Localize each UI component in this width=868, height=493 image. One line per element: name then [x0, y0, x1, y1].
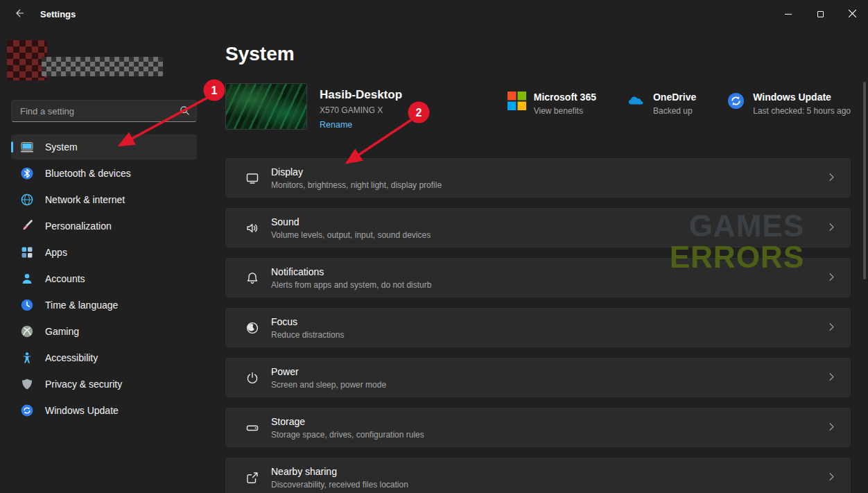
card-subtitle: Storage space, drives, configuration rul…	[271, 430, 424, 440]
sidebar-item-label: Apps	[45, 247, 67, 258]
search-input[interactable]	[11, 100, 197, 122]
chevron-right-icon	[827, 172, 836, 184]
card-subtitle: Alerts from apps and system, do not dist…	[271, 280, 431, 290]
windows-update-status-icon	[727, 92, 745, 110]
minimize-button[interactable]	[772, 0, 804, 28]
accessibility-person-icon	[20, 351, 34, 365]
settings-card-notifications[interactable]: Notifications Alerts from apps and syste…	[225, 258, 851, 297]
status-title: OneDrive	[653, 92, 696, 103]
status-title: Windows Update	[753, 92, 851, 103]
sidebar-item-label: System	[45, 141, 78, 153]
shield-icon	[20, 377, 34, 391]
settings-card-power[interactable]: Power Screen and sleep, power mode	[225, 358, 851, 397]
card-subtitle: Monitors, brightness, night light, displ…	[271, 180, 442, 190]
onedrive-cloud-icon	[627, 92, 645, 110]
sidebar-item-gaming[interactable]: Gaming	[11, 319, 197, 344]
card-text: Notifications Alerts from apps and syste…	[271, 266, 431, 290]
close-button[interactable]	[836, 0, 868, 28]
card-title: Sound	[271, 216, 431, 227]
sidebar-item-bluetooth-devices[interactable]: Bluetooth & devices	[11, 161, 197, 186]
chevron-right-icon	[827, 372, 836, 384]
settings-card-focus[interactable]: Focus Reduce distractions	[225, 308, 851, 347]
status-title: Microsoft 365	[534, 92, 596, 103]
device-info: Hasib-Desktop X570 GAMING X Rename	[320, 83, 402, 130]
sidebar: System Bluetooth & devices Network & int…	[0, 28, 208, 493]
sound-icon	[245, 221, 259, 235]
display-icon	[245, 171, 259, 185]
sidebar-item-label: Accounts	[45, 273, 85, 284]
settings-card-nearby-sharing[interactable]: Nearby sharing Discoverability, received…	[225, 458, 851, 493]
window-title: Settings	[40, 9, 76, 19]
chevron-right-icon	[827, 272, 836, 284]
settings-card-display[interactable]: Display Monitors, brightness, night ligh…	[225, 158, 851, 198]
sidebar-item-label: Network & internet	[45, 194, 125, 205]
card-subtitle: Screen and sleep, power mode	[271, 380, 386, 390]
rename-link[interactable]: Rename	[320, 120, 352, 130]
sidebar-item-label: Bluetooth & devices	[45, 168, 131, 179]
card-text: Nearby sharing Discoverability, received…	[271, 466, 408, 490]
status-card-windows-update[interactable]: Windows Update Last checked: 5 hours ago	[727, 92, 851, 130]
status-subtitle: Backed up	[653, 106, 696, 116]
update-icon	[20, 404, 34, 417]
device-header: Hasib-Desktop X570 GAMING X Rename Micro…	[225, 83, 851, 130]
person-icon	[20, 272, 34, 286]
apps-grid-icon	[20, 245, 34, 259]
status-subtitle: Last checked: 5 hours ago	[753, 106, 851, 116]
sidebar-item-accounts[interactable]: Accounts	[11, 266, 197, 291]
status-cards: Microsoft 365 View benefits OneDrive Bac…	[507, 83, 851, 130]
system-icon	[20, 140, 34, 154]
card-title: Nearby sharing	[271, 466, 408, 477]
sidebar-item-label: Accessibility	[45, 352, 98, 363]
search-box	[11, 100, 197, 122]
sidebar-nav: System Bluetooth & devices Network & int…	[0, 135, 208, 423]
user-profile[interactable]	[0, 28, 208, 100]
sidebar-item-privacy-security[interactable]: Privacy & security	[11, 372, 197, 397]
card-title: Display	[271, 166, 442, 178]
chevron-right-icon	[827, 472, 836, 484]
paintbrush-icon	[20, 219, 34, 233]
device-wallpaper-thumbnail	[225, 83, 307, 130]
selection-indicator	[11, 141, 13, 153]
card-title: Focus	[271, 316, 344, 327]
sidebar-item-label: Privacy & security	[45, 379, 122, 390]
clock-icon	[20, 298, 34, 312]
sidebar-item-windows-update[interactable]: Windows Update	[11, 398, 197, 423]
sidebar-item-time-language[interactable]: Time & language	[11, 293, 197, 318]
bell-icon	[245, 271, 259, 285]
sidebar-item-apps[interactable]: Apps	[11, 240, 197, 265]
device-model: X570 GAMING X	[320, 105, 402, 115]
sidebar-item-accessibility[interactable]: Accessibility	[11, 345, 197, 370]
focus-icon	[245, 321, 259, 335]
maximize-button[interactable]	[804, 0, 836, 28]
globe-icon	[20, 193, 34, 207]
card-text: Sound Volume levels, output, input, soun…	[271, 216, 431, 240]
card-title: Storage	[271, 416, 424, 427]
sidebar-item-network-internet[interactable]: Network & internet	[11, 187, 197, 212]
card-text: Display Monitors, brightness, night ligh…	[271, 166, 442, 190]
user-name-redacted	[42, 57, 163, 76]
page-title: System	[225, 43, 851, 65]
power-icon	[245, 371, 259, 385]
sidebar-item-personalization[interactable]: Personalization	[11, 214, 197, 239]
chevron-right-icon	[827, 322, 836, 334]
status-card-microsoft-365[interactable]: Microsoft 365 View benefits	[507, 92, 596, 130]
settings-card-storage[interactable]: Storage Storage space, drives, configura…	[225, 408, 851, 447]
titlebar: Settings	[0, 0, 868, 28]
settings-card-sound[interactable]: Sound Volume levels, output, input, soun…	[225, 208, 851, 248]
sidebar-item-system[interactable]: System	[11, 135, 197, 159]
close-icon	[849, 9, 856, 19]
card-text: Power Screen and sleep, power mode	[271, 366, 386, 390]
main-content: System Hasib-Desktop X570 GAMING X Renam…	[208, 28, 868, 493]
bluetooth-icon	[20, 166, 34, 180]
sidebar-item-label: Gaming	[45, 326, 79, 337]
back-button[interactable]	[6, 3, 33, 24]
status-subtitle: View benefits	[534, 106, 596, 116]
sidebar-item-label: Time & language	[45, 300, 118, 311]
microsoft-logo-icon	[507, 92, 526, 110]
xbox-icon	[20, 325, 34, 338]
status-card-onedrive[interactable]: OneDrive Backed up	[627, 92, 696, 130]
scrollbar[interactable]	[863, 82, 866, 279]
settings-window: { "titlebar": { "title": "Settings" }, "…	[0, 0, 868, 493]
card-subtitle: Volume levels, output, input, sound devi…	[271, 230, 431, 240]
chevron-right-icon	[827, 222, 836, 234]
